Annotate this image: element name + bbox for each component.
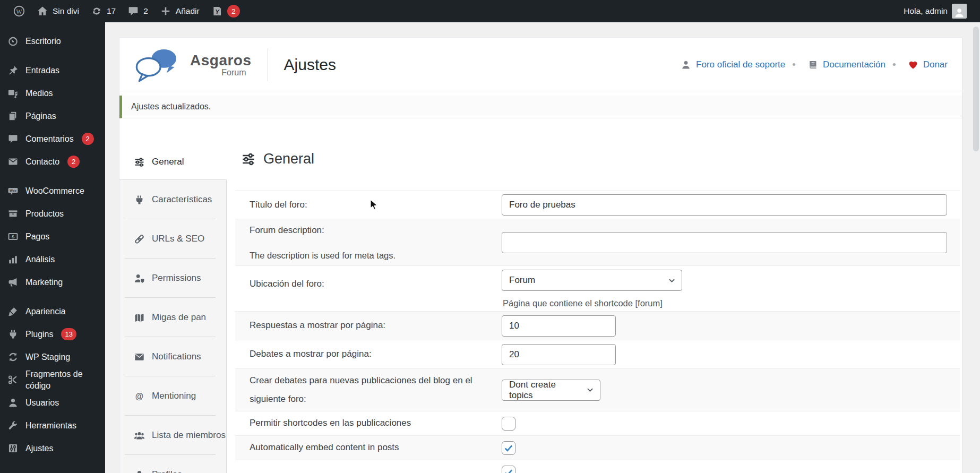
- tab-caracteristicas[interactable]: Características: [119, 180, 226, 219]
- count-badge: 13: [61, 328, 76, 340]
- field-label: Título del foro:: [250, 199, 483, 212]
- svg-text:@: @: [135, 391, 143, 400]
- select-dropdown[interactable]: Forum: [502, 270, 682, 291]
- sidebar-item-ajustes[interactable]: Ajustes: [0, 437, 105, 460]
- sidebar-item-marketing[interactable]: Marketing: [0, 271, 105, 294]
- sidebar-item-comentarios[interactable]: Comentarios 2: [0, 127, 105, 150]
- page-scrollbar[interactable]: [972, 22, 980, 473]
- settings-row-titulo-del-foro: Título del foro: Foro de pruebas: [235, 191, 960, 219]
- field-label: Permitir shortcodes en las publicaciones: [250, 417, 483, 430]
- tab-profiles[interactable]: Profiles: [119, 455, 226, 473]
- field-label: Respuestas a mostrar por página:: [250, 319, 483, 332]
- sliders-icon: [134, 157, 145, 168]
- tab-lista-de-miembros[interactable]: Lista de miembros: [119, 416, 226, 455]
- mail-icon: [7, 156, 19, 167]
- book-icon: [807, 59, 818, 70]
- comment-icon: [127, 5, 139, 17]
- sidebar-item-fragmentos-de-codigo[interactable]: Fragmentos de código: [0, 368, 105, 391]
- header-link-donar[interactable]: Donar: [886, 59, 948, 71]
- settings-tabs: General Características URLs & SEO Permi…: [119, 144, 227, 473]
- pin-icon: [7, 65, 19, 76]
- count-badge: 2: [67, 156, 80, 168]
- comment-icon: [7, 133, 19, 144]
- sidebar-item-usuarios[interactable]: Usuarios: [0, 391, 105, 414]
- person-icon: [7, 397, 19, 408]
- field-sublabel: The description is used for meta tags.: [250, 251, 483, 261]
- checkbox[interactable]: [502, 466, 515, 473]
- page-title: Ajustes: [284, 56, 336, 74]
- plugin-icon: [134, 194, 145, 205]
- field-label: Forum description:: [250, 224, 483, 237]
- sidebar-item-wp-staging[interactable]: WP Staging: [0, 346, 105, 368]
- site-name: Sin divi: [53, 6, 79, 16]
- comments-count: 2: [143, 6, 148, 16]
- sidebar-item-contacto[interactable]: Contacto 2: [0, 150, 105, 173]
- avatar: [952, 4, 967, 19]
- brush-icon: [7, 306, 19, 317]
- svg-text:Y: Y: [215, 8, 220, 15]
- chart-icon: [7, 254, 19, 265]
- updates-count: 17: [107, 6, 116, 16]
- text-input[interactable]: 20: [502, 344, 616, 365]
- at-icon: @: [134, 391, 145, 402]
- comments-link[interactable]: 2: [122, 0, 154, 22]
- svg-text:Woo: Woo: [10, 189, 16, 192]
- plugin-header: Asgaros Forum Ajustes Foro oficial de so…: [119, 38, 962, 91]
- menu-separator: [0, 294, 105, 300]
- settings-row-ubicacion-del-foro: Ubicación del foro: Forum Página que con…: [235, 266, 960, 312]
- checkbox[interactable]: [502, 441, 515, 455]
- scrollbar-thumb[interactable]: [973, 27, 979, 151]
- header-link-documentacion[interactable]: Documentación: [785, 59, 886, 71]
- text-input[interactable]: [502, 232, 947, 253]
- sidebar-item-herramientas[interactable]: Herramientas: [0, 414, 105, 437]
- success-notice: Ajustes actualizados.: [119, 96, 962, 118]
- section-title: General: [235, 151, 960, 167]
- admin-sidebar: Escritorio Entradas Medios Páginas Comen…: [0, 22, 105, 473]
- wordpress-menu[interactable]: W: [7, 0, 31, 22]
- yoast-menu[interactable]: Y 2: [205, 0, 246, 22]
- new-content-link[interactable]: Añadir: [154, 0, 205, 22]
- header-links: Foro oficial de soporte Documentación Do…: [681, 59, 948, 71]
- heart-icon: [908, 59, 918, 70]
- greeting-text: Hola, admin: [904, 6, 948, 16]
- select-dropdown[interactable]: Dont create topics: [502, 380, 600, 401]
- tab-urls-seo[interactable]: URLs & SEO: [119, 219, 226, 259]
- site-link[interactable]: Sin divi: [31, 0, 85, 22]
- account-menu[interactable]: Hola, admin: [898, 0, 973, 22]
- text-input[interactable]: 10: [502, 315, 616, 337]
- tab-permissions[interactable]: Permissions: [119, 259, 226, 298]
- menu-separator: [0, 53, 105, 59]
- sidebar-item-medios[interactable]: Medios: [0, 82, 105, 105]
- sidebar-item-plugins[interactable]: Plugins 13: [0, 323, 105, 346]
- updates-link[interactable]: 17: [85, 0, 122, 22]
- checkbox[interactable]: [502, 417, 515, 431]
- tab-general[interactable]: General: [119, 144, 227, 179]
- sidebar-item-escritorio[interactable]: Escritorio: [0, 30, 105, 53]
- sidebar-item-paginas[interactable]: Páginas: [0, 105, 105, 127]
- wordpress-logo-icon: W: [13, 5, 25, 17]
- settings-row-debates-a-mostrar-por-pagina: Debates a mostrar por página: 20: [235, 340, 960, 369]
- sidebar-item-entradas[interactable]: Entradas: [0, 59, 105, 82]
- settings-row-permitir-shortcodes-en-las-publicaciones: Permitir shortcodes en las publicaciones: [235, 411, 960, 436]
- sidebar-item-productos[interactable]: Productos: [0, 202, 105, 225]
- settings-icon: [7, 443, 19, 454]
- logo-title: Asgaros: [190, 52, 252, 69]
- sidebar-item-woocommerce[interactable]: Woo WooCommerce: [0, 179, 105, 202]
- settings-row-respuestas-a-mostrar-por-pagina: Respuestas a mostrar por página: 10: [235, 312, 960, 340]
- sidebar-item-pagos[interactable]: $ Pagos: [0, 225, 105, 248]
- person-icon: [134, 469, 145, 473]
- text-input[interactable]: Foro de pruebas: [502, 194, 947, 216]
- header-link-foro-oficial-de-soporte[interactable]: Foro oficial de soporte: [681, 59, 785, 70]
- sidebar-item-apariencia[interactable]: Apariencia: [0, 300, 105, 323]
- main-content: Asgaros Forum Ajustes Foro oficial de so…: [105, 22, 980, 473]
- update-icon: [91, 5, 102, 17]
- link-icon: [134, 234, 145, 245]
- tab-migas-de-pan[interactable]: Migas de pan: [119, 298, 226, 337]
- tools-icon: [7, 420, 19, 431]
- settings-row-automatically-embed-content-in-posts: Automatically embed content in posts: [235, 436, 960, 460]
- envelope-icon: [134, 351, 145, 363]
- tab-notifications[interactable]: Notifications: [119, 337, 226, 376]
- menu-separator: [0, 173, 105, 179]
- sidebar-item-analisis[interactable]: Análisis: [0, 248, 105, 271]
- tab-mentioning[interactable]: @ Mentioning: [119, 376, 226, 416]
